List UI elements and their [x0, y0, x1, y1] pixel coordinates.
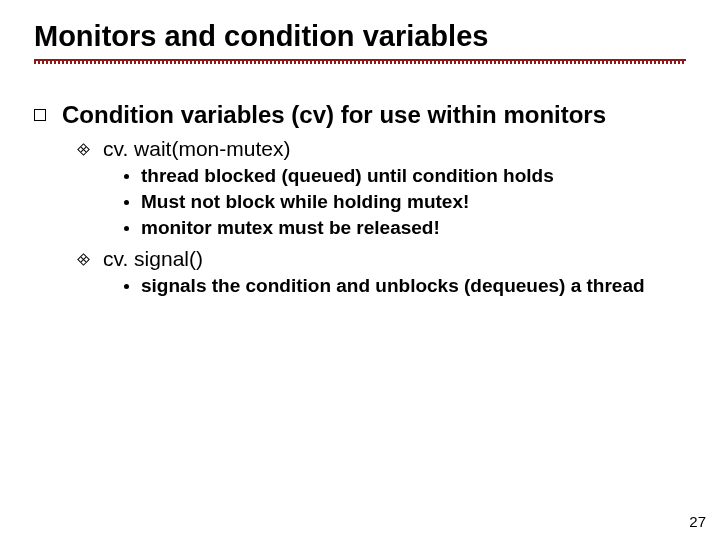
level2-text: cv. wait(mon-mutex): [103, 136, 290, 162]
bullet-level2: cv. wait(mon-mutex): [78, 136, 686, 162]
level1-text: Condition variables (cv) for use within …: [62, 100, 606, 130]
diamond-bullet-icon: [76, 142, 92, 158]
level3-text: monitor mutex must be released!: [141, 216, 440, 240]
bullet-level1: Condition variables (cv) for use within …: [34, 100, 686, 130]
level3-text: Must not block while holding mutex!: [141, 190, 469, 214]
dot-bullet-icon: [124, 284, 129, 289]
dot-bullet-icon: [124, 200, 129, 205]
page-number: 27: [689, 513, 706, 530]
level3-text: thread blocked (queued) until condition …: [141, 164, 554, 188]
slide: Monitors and condition variables Conditi…: [0, 0, 720, 540]
dot-bullet-icon: [124, 174, 129, 179]
level3-text: signals the condition and unblocks (dequ…: [141, 274, 645, 298]
diamond-bullet-icon: [76, 251, 92, 267]
square-bullet-icon: [34, 109, 46, 121]
bullet-level3: monitor mutex must be released!: [124, 216, 686, 240]
dot-bullet-icon: [124, 226, 129, 231]
bullet-level3: Must not block while holding mutex!: [124, 190, 686, 214]
slide-title: Monitors and condition variables: [0, 0, 720, 57]
level2-text: cv. signal(): [103, 246, 203, 272]
bullet-level3: thread blocked (queued) until condition …: [124, 164, 686, 188]
slide-body: Condition variables (cv) for use within …: [0, 64, 720, 298]
bullet-level2: cv. signal(): [78, 246, 686, 272]
bullet-level3: signals the condition and unblocks (dequ…: [124, 274, 686, 298]
